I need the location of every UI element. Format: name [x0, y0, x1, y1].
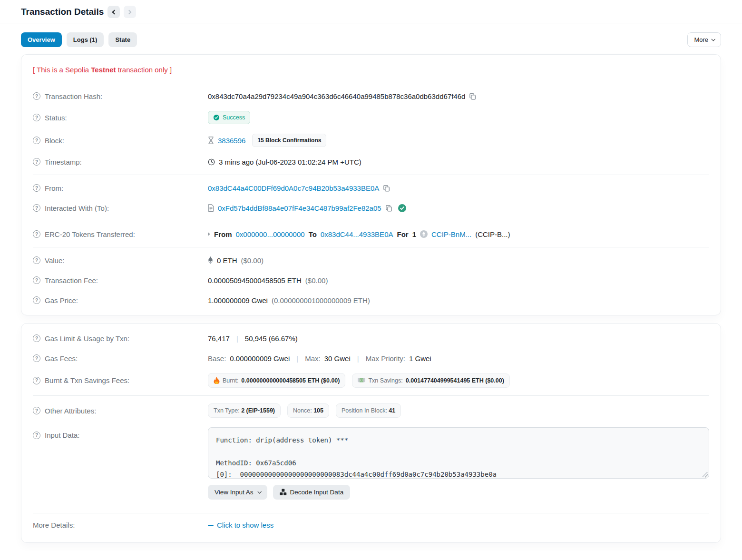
- view-input-as-button[interactable]: View Input As: [208, 485, 267, 500]
- erc20-from-address-link[interactable]: 0x000000...00000000: [236, 230, 305, 238]
- decode-input-data-label: Decode Input Data: [290, 489, 344, 496]
- base-fee-label: Base:: [208, 354, 226, 363]
- block-label: Block:: [45, 137, 64, 145]
- details-card: Gas Limit & Usage by Txn: 76,417 | 50,94…: [21, 323, 721, 543]
- txn-savings-label: Txn Savings:: [368, 377, 402, 384]
- transaction-fee-row: Transaction Fee: 0.000050945000458505 ET…: [33, 270, 709, 290]
- help-icon: [33, 334, 40, 342]
- help-icon: [33, 204, 40, 212]
- gas-fees-row: Gas Fees: Base: 0.000000009 Gwei | Max: …: [33, 348, 709, 368]
- caret-right-icon: [208, 232, 210, 236]
- copy-hash-button[interactable]: [469, 93, 476, 100]
- copy-icon: [469, 93, 476, 100]
- from-address-link[interactable]: 0x83dC44a4C00DFf69d0A0c7c94B20b53a4933BE…: [208, 184, 379, 192]
- more-button[interactable]: More: [687, 32, 721, 47]
- chevron-right-icon: [127, 10, 132, 14]
- burnt-value: 0.000000000000458505 ETH ($0.00): [241, 377, 340, 384]
- help-icon: [33, 230, 40, 238]
- show-less-link[interactable]: Click to show less: [208, 521, 273, 529]
- tabs-row: Overview Logs (1) State More: [0, 23, 742, 54]
- more-details-label: More Details:: [33, 521, 75, 529]
- erc20-amount: 1: [412, 230, 416, 238]
- block-confirmations-badge: 15 Block Confirmations: [252, 134, 326, 147]
- interacted-with-label: Interacted With (To):: [45, 204, 109, 212]
- verified-check-icon: [398, 204, 406, 212]
- from-label: From:: [45, 184, 63, 192]
- help-icon: [33, 354, 40, 362]
- erc20-transfers-row: ERC-20 Tokens Transferred: From 0x000000…: [33, 224, 709, 244]
- txn-type-badge: Txn Type: 2 (EIP-1559): [208, 403, 281, 418]
- tab-overview[interactable]: Overview: [21, 32, 62, 47]
- previous-transaction-button[interactable]: [107, 6, 120, 18]
- view-input-as-label: View Input As: [215, 489, 254, 496]
- input-data-textarea[interactable]: Function: drip(address token) *** Method…: [208, 427, 709, 479]
- clock-icon: [208, 158, 215, 166]
- token-name-link[interactable]: CCIP-BnM...: [431, 230, 471, 238]
- check-circle-icon: [213, 114, 220, 121]
- value-label: Value:: [45, 256, 64, 265]
- divider: [33, 247, 709, 247]
- value-usd: ($0.00): [241, 256, 264, 265]
- chevron-down-icon: [711, 37, 715, 41]
- contract-file-icon: [208, 204, 214, 212]
- separator: |: [293, 354, 301, 363]
- to-address-link[interactable]: 0xFd57b4ddBf88a4e07fF4e34C487b99af2Fe82a…: [218, 204, 381, 212]
- transaction-hash-label: Transaction Hash:: [45, 92, 102, 100]
- decode-input-data-button[interactable]: Decode Input Data: [273, 485, 351, 500]
- overview-card: [ This is a Sepolia Testnet transaction …: [21, 54, 721, 315]
- more-button-label: More: [694, 36, 708, 43]
- burnt-badge: Burnt: 0.000000000000458505 ETH ($0.00): [208, 373, 345, 388]
- show-less-label: Click to show less: [217, 521, 273, 529]
- chevron-down-icon: [257, 490, 261, 493]
- help-icon: [33, 432, 40, 439]
- erc20-transfers-label: ERC-20 Tokens Transferred:: [45, 230, 135, 238]
- transaction-fee-label: Transaction Fee:: [45, 276, 98, 285]
- max-priority-label: Max Priority:: [366, 354, 405, 363]
- status-badge: Success: [208, 111, 250, 124]
- erc20-to-label: To: [309, 230, 317, 238]
- gas-limit-row: Gas Limit & Usage by Txn: 76,417 | 50,94…: [33, 328, 709, 348]
- divider: [33, 395, 709, 396]
- help-icon: [33, 184, 40, 192]
- max-priority-value: 1 Gwei: [409, 354, 431, 363]
- help-icon: [33, 92, 40, 100]
- tab-state[interactable]: State: [108, 32, 137, 47]
- copy-icon: [385, 205, 392, 212]
- separator: |: [354, 354, 362, 363]
- txn-savings-value: 0.001477404999541495 ETH ($0.00): [406, 377, 504, 384]
- help-icon: [33, 296, 40, 304]
- help-icon: [33, 158, 40, 166]
- help-icon: [33, 256, 40, 264]
- cubes-icon: [280, 489, 287, 496]
- timestamp-row: Timestamp: 3 mins ago (Jul-06-2023 01:02…: [33, 152, 709, 172]
- burnt-label: Burnt:: [223, 377, 238, 384]
- other-attributes-label: Other Attributes:: [45, 407, 96, 415]
- copy-to-address-button[interactable]: [385, 205, 392, 212]
- gas-price-row: Gas Price: 1.000000009 Gwei (0.000000001…: [33, 290, 709, 310]
- burnt-savings-label: Burnt & Txn Savings Fees:: [45, 376, 129, 384]
- tab-logs[interactable]: Logs (1): [67, 32, 104, 47]
- status-text: Success: [223, 114, 245, 121]
- txn-savings-badge: Txn Savings: 0.001477404999541495 ETH ($…: [352, 373, 509, 388]
- divider: [33, 513, 709, 513]
- block-row: Block: 3836596 15 Block Confirmations: [33, 129, 709, 152]
- transaction-fee-usd: ($0.00): [305, 276, 328, 285]
- erc20-to-address-link[interactable]: 0x83dC44...4933BE0A: [321, 230, 393, 238]
- from-row: From: 0x83dC44a4C00DFf69d0A0c7c94B20b53a…: [33, 178, 709, 198]
- max-fee-label: Max:: [305, 354, 321, 363]
- gas-price-label: Gas Price:: [45, 296, 78, 305]
- copy-from-address-button[interactable]: [383, 185, 390, 192]
- erc20-for-label: For: [397, 230, 408, 238]
- eth-icon: [208, 256, 213, 264]
- erc20-from-label: From: [214, 230, 232, 238]
- burnt-savings-row: Burnt & Txn Savings Fees: Burnt: 0.00000…: [33, 368, 709, 393]
- help-icon: [33, 114, 40, 121]
- help-icon: [33, 377, 40, 384]
- token-icon: [420, 230, 428, 238]
- block-number-link[interactable]: 3836596: [218, 137, 245, 145]
- value-row: Value: 0 ETH ($0.00): [33, 250, 709, 270]
- testnet-warning: [ This is a Sepolia Testnet transaction …: [33, 59, 709, 80]
- chevron-left-icon: [112, 10, 117, 14]
- help-icon: [33, 276, 40, 284]
- next-transaction-button[interactable]: [124, 6, 136, 18]
